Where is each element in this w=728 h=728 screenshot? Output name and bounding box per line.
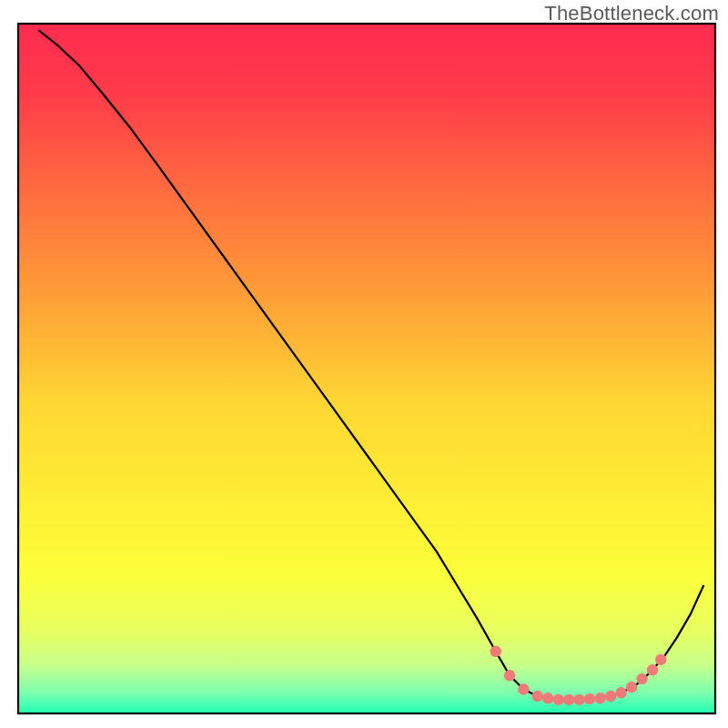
marker-dot	[655, 654, 666, 665]
bottleneck-chart: TheBottleneck.com	[0, 0, 728, 728]
marker-dot	[573, 694, 584, 705]
marker-dot	[518, 683, 529, 694]
chart-svg	[0, 0, 728, 728]
plot-background	[18, 24, 715, 713]
marker-dot	[605, 691, 616, 702]
marker-dot	[647, 664, 658, 675]
marker-dot	[504, 670, 515, 681]
marker-dot	[584, 693, 595, 704]
marker-dot	[563, 694, 574, 705]
marker-dot	[626, 682, 637, 693]
marker-dot	[490, 646, 501, 657]
marker-dot	[636, 673, 647, 684]
marker-dot	[615, 687, 626, 698]
watermark-text: TheBottleneck.com	[544, 2, 719, 25]
marker-dot	[594, 693, 605, 703]
marker-dot	[531, 691, 542, 702]
marker-dot	[552, 694, 563, 705]
marker-dot	[542, 693, 553, 703]
